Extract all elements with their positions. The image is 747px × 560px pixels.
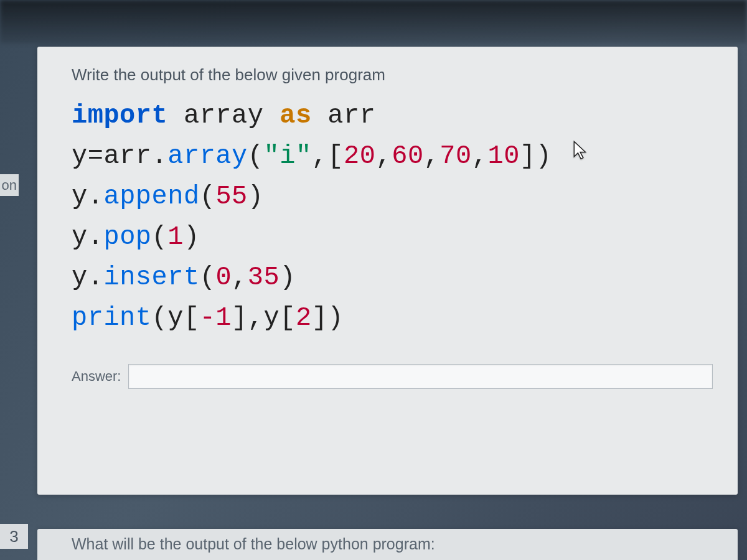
next-question-panel: What will be the output of the below pyt… [37,529,738,560]
left-edge-fragment-3: 3 [0,524,28,549]
code-line-5: y.insert(0,35) [72,258,713,298]
answer-label: Answer: [72,368,121,385]
question-prompt: Write the output of the below given prog… [72,65,713,85]
code-line-1: import array as arr [72,96,713,136]
code-line-3: y.append(55) [72,177,713,217]
alias-arr: arr [327,101,375,131]
question-panel: Write the output of the below given prog… [37,47,738,495]
code-line-6: print(y[-1],y[2]) [72,298,713,338]
top-vignette [0,0,747,44]
left-edge-fragment-on: on [0,174,19,196]
keyword-import: import [72,101,167,131]
answer-input[interactable] [128,364,713,389]
code-line-4: y.pop(1) [72,217,713,258]
code-block: import array as arr y=arr.array("i",[20,… [72,96,713,339]
next-question-text: What will be the output of the below pyt… [72,535,713,553]
module-array: array [184,101,264,131]
keyword-as: as [280,101,311,131]
code-line-2: y=arr.array("i",[20,60,70,10]) [72,136,713,177]
answer-row: Answer: [72,364,713,389]
